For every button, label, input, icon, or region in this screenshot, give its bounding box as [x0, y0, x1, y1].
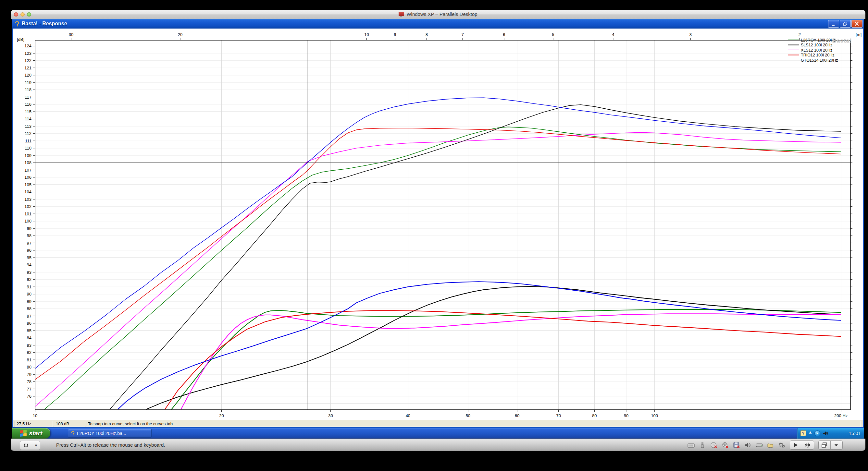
restore-button[interactable] [840, 20, 851, 28]
parallels-vm-icon [399, 12, 404, 16]
svg-text:20: 20 [219, 413, 224, 418]
windows-flag-icon [20, 430, 27, 437]
sound-icon[interactable] [744, 442, 751, 449]
svg-text:85: 85 [27, 328, 31, 333]
curve-response-GTO1514[interactable] [118, 281, 841, 409]
volume-icon[interactable] [823, 431, 828, 436]
wavelength-axis: 30201098765432[m] [69, 32, 862, 40]
view-menu-button[interactable] [830, 441, 842, 449]
curve-max-spl-SLS12[interactable] [110, 105, 841, 409]
svg-text:121: 121 [24, 66, 31, 70]
parallels-tools-icon[interactable]: ◂ [814, 431, 820, 436]
curve-response-TRIO12[interactable] [165, 310, 841, 409]
svg-text:2: 2 [799, 32, 801, 37]
power-button-group[interactable]: ▼ [20, 441, 40, 450]
gears-icon[interactable] [778, 442, 785, 449]
taskbar-task-button[interactable]: L26ROY 100l 20Hz.ba... [68, 429, 152, 438]
svg-text:60: 60 [515, 413, 519, 418]
chart-legend: L26ROY 100l 20HzSLS12 100l 20HzXLS12 100… [788, 38, 838, 63]
legend-label: L26ROY 100l 20Hz [801, 38, 836, 42]
svg-text:93: 93 [27, 270, 31, 275]
svg-text:100: 100 [24, 218, 31, 224]
network-disconnected-icon[interactable] [722, 442, 729, 449]
start-button[interactable]: start [12, 428, 50, 439]
usb-icon[interactable] [699, 442, 706, 449]
xp-titlebar[interactable]: Basta! - Response [12, 19, 864, 29]
hard-disk-icon[interactable] [756, 442, 763, 449]
svg-text:110: 110 [25, 146, 31, 150]
hidden-icons-chevron[interactable]: ▴▔ [808, 430, 812, 437]
x-axis: 102030405060708090100200 Hz [33, 410, 848, 418]
svg-text:108: 108 [24, 160, 31, 165]
svg-text:122: 122 [24, 58, 31, 63]
keyboard-icon[interactable] [687, 442, 695, 449]
system-tray: ? ▴▔ ◂ 15:01 [797, 428, 864, 439]
curve-response-L26ROY[interactable] [172, 309, 841, 409]
svg-text:118: 118 [25, 87, 31, 92]
close-button[interactable] [851, 20, 863, 28]
screenshot-root: { "mac_window": { "title": "Windows XP –… [0, 0, 868, 471]
svg-text:88: 88 [27, 306, 31, 311]
vm-control-group [790, 440, 814, 449]
svg-text:90: 90 [27, 292, 31, 297]
curve-max-spl-TRIO12[interactable] [35, 128, 841, 379]
svg-text:79: 79 [27, 372, 31, 377]
svg-text:105: 105 [24, 182, 31, 187]
mac-titlebar[interactable]: Windows XP – Parallels Desktop [11, 10, 865, 19]
input-language-icon[interactable]: ? [801, 431, 806, 436]
taskbar-clock: 15:01 [848, 431, 861, 436]
curve-response-SLS12[interactable] [146, 287, 841, 409]
svg-text:124: 124 [24, 43, 31, 48]
svg-text:9: 9 [394, 32, 396, 37]
curve-response-XLS12[interactable] [181, 314, 841, 410]
status-bar: 27,5 Hz 108 dB To snap to a curve, selec… [12, 420, 864, 428]
svg-text:50: 50 [466, 413, 470, 418]
svg-text:77: 77 [27, 386, 31, 392]
svg-text:97: 97 [27, 241, 31, 245]
svg-text:116: 116 [25, 102, 31, 107]
svg-text:123: 123 [24, 51, 31, 56]
svg-text:101: 101 [24, 211, 31, 216]
shared-folders-icon[interactable] [767, 442, 774, 449]
status-cursor-frequency: 27,5 Hz [14, 421, 53, 427]
svg-text:10: 10 [33, 413, 37, 418]
power-menu-chevron[interactable]: ▼ [32, 441, 40, 449]
svg-text:8: 8 [426, 32, 428, 37]
svg-text:113: 113 [25, 124, 31, 129]
view-menu-icon [833, 442, 840, 449]
mac-window-title: Windows XP – Parallels Desktop [11, 10, 865, 19]
svg-text:78: 78 [27, 379, 31, 384]
svg-text:92: 92 [27, 277, 31, 282]
play-icon [793, 442, 800, 449]
cd-rom-disconnected-icon[interactable] [710, 442, 717, 449]
basta-task-icon [70, 431, 75, 436]
window-mode-button[interactable] [819, 441, 830, 449]
svg-text:112: 112 [25, 131, 31, 136]
svg-text:96: 96 [27, 248, 31, 253]
svg-text:99: 99 [27, 226, 31, 231]
start-button-label: start [29, 430, 42, 437]
svg-text:89: 89 [27, 299, 31, 304]
svg-text:30: 30 [69, 32, 73, 37]
y-axis: 7677787980818283848586878889909192939495… [17, 37, 852, 399]
legend-label: TRIO12 100l 20Hz [801, 53, 835, 58]
configure-button[interactable] [802, 441, 814, 449]
svg-text:95: 95 [27, 255, 31, 260]
response-chart[interactable]: 7677787980818283848586878889909192939495… [12, 29, 864, 420]
power-button[interactable] [20, 441, 32, 449]
svg-text:4: 4 [612, 32, 614, 37]
svg-text:98: 98 [27, 233, 31, 238]
y-axis-unit: [dB] [17, 37, 24, 42]
curves [35, 98, 841, 409]
svg-text:100: 100 [651, 413, 658, 418]
svg-text:6: 6 [503, 32, 505, 37]
parallels-message: Press Ctrl+Alt to release the mouse and … [56, 439, 165, 451]
minimize-button[interactable] [828, 20, 839, 28]
response-plot[interactable]: 7677787980818283848586878889909192939495… [13, 29, 863, 420]
view-control-group [818, 440, 843, 449]
floppy-disconnected-icon[interactable] [733, 442, 740, 449]
curve-max-spl-XLS12[interactable] [35, 132, 841, 406]
legend-label: GTO1514 100l 20Hz [801, 58, 838, 63]
play-button[interactable] [790, 441, 802, 449]
svg-text:76: 76 [27, 394, 31, 399]
